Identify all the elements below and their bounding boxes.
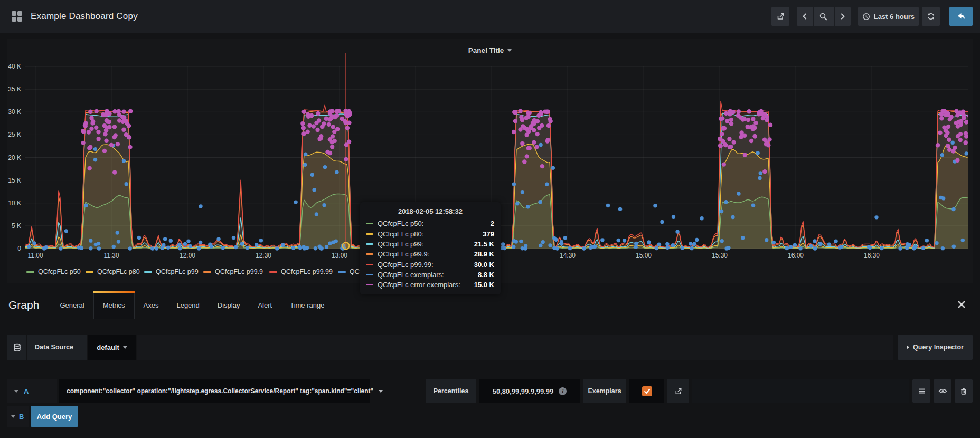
legend-series-label: QCfcpFLc p99 [156, 268, 199, 275]
tooltip-series-value: 2 [491, 220, 494, 227]
collapse-query-b-icon[interactable] [11, 415, 15, 418]
tooltip-series-dash-icon [366, 253, 373, 255]
tooltip-series-value: 379 [483, 230, 494, 238]
dashboard-title[interactable]: Example Dashboard Copy [31, 11, 138, 22]
tooltip-series-dash-icon [366, 243, 373, 245]
tooltip-row: QCfcpFLc p99.9:28.9 K [360, 249, 501, 259]
navbar: Example Dashboard Copy [0, 0, 980, 33]
time-shift-forward-button[interactable] [835, 7, 851, 26]
query-row-a: A component:"collector" operation:"/ligh… [7, 379, 973, 403]
y-axis-tick-label: 25 K [8, 131, 21, 138]
tooltip-series-label: QCfcpFLc p99.9: [378, 250, 467, 258]
query-a-selector[interactable]: component:"collector" operation:"/lights… [59, 379, 370, 403]
x-axis-tick-label: 12:30 [256, 252, 271, 259]
exemplars-checkbox-cell [629, 379, 664, 403]
x-axis-tick-label: 11:30 [103, 252, 119, 259]
chevron-right-icon [839, 12, 846, 21]
percentiles-input[interactable]: 50,80,99,99.9,99.99 i [479, 379, 580, 403]
datasource-selected-value: default [97, 344, 119, 351]
time-shift-back-button[interactable] [797, 7, 813, 26]
toggle-query-visibility-button[interactable] [934, 379, 951, 403]
datasource-icon-cell [7, 335, 26, 360]
magnifier-icon [819, 12, 828, 21]
legend-item[interactable]: QCfcpFLc p99.99 [269, 268, 333, 275]
tooltip-series-value: 8.8 K [478, 271, 494, 279]
legend-series-dash-icon [269, 271, 277, 273]
legend-series-label: QCfcpFLc p80 [97, 268, 140, 275]
x-axis-tick-label: 11:00 [27, 252, 43, 259]
close-editor-button[interactable] [956, 299, 967, 310]
exemplars-checkbox[interactable] [642, 386, 652, 396]
panel-header: Panel Title [7, 45, 973, 55]
legend-item[interactable]: QCfcpFLc p80 [86, 268, 140, 275]
panel-title[interactable]: Panel Title [468, 46, 504, 54]
tooltip-series-label: QCfcpFLc p50: [378, 220, 483, 227]
y-axis-tick-label: 15 K [8, 177, 21, 184]
back-to-dashboard-button[interactable] [949, 7, 973, 26]
query-inspector-label: Query Inspector [913, 344, 964, 351]
panel-menu-caret-icon[interactable] [507, 49, 512, 52]
tab-time-range[interactable]: Time range [281, 291, 333, 319]
trash-icon [960, 387, 967, 395]
tooltip-series-dash-icon [366, 233, 373, 235]
datasource-caret-icon [123, 346, 127, 349]
tooltip-row: QCfcpFLc p99:21.5 K [360, 239, 501, 249]
export-query-button[interactable] [667, 379, 689, 403]
dashboard-grid-icon[interactable] [12, 11, 22, 22]
tab-general[interactable]: General [51, 291, 93, 319]
tab-axes[interactable]: Axes [135, 291, 168, 319]
legend-item[interactable]: QCfcpFLc p50 [26, 268, 81, 275]
tab-legend[interactable]: Legend [167, 291, 208, 319]
y-axis-tick-label: 40 K [8, 63, 21, 70]
add-query-button[interactable]: Add Query [31, 406, 78, 427]
y-axis-tick-label: 0 [17, 245, 21, 252]
query-inspector-button[interactable]: Query Inspector [898, 335, 973, 360]
info-icon[interactable]: i [559, 387, 567, 395]
legend-item[interactable]: QCfcpFLc p99 [144, 268, 199, 275]
tooltip-series-dash-icon [366, 223, 373, 224]
query-menu-button[interactable] [912, 379, 930, 403]
refresh-button[interactable] [922, 7, 940, 26]
tab-metrics[interactable]: Metrics [93, 291, 135, 319]
tooltip-series-label: QCfcpFLc error exemplars: [378, 281, 467, 289]
time-range-picker-button[interactable]: Last 6 hours [858, 7, 919, 26]
tab-display[interactable]: Display [209, 291, 249, 319]
datasource-select[interactable]: default [88, 335, 136, 360]
percentiles-value: 50,80,99,99.9,99.99 [493, 387, 554, 395]
tooltip-row: QCfcpFLc p50:2 [360, 218, 501, 228]
legend-series-label: QCfcpFLc p50 [38, 268, 81, 275]
collapse-query-a-icon[interactable] [14, 390, 18, 393]
time-shift-zoom-group [797, 7, 851, 26]
tooltip-series-label: QCfcpFLc p80: [378, 230, 475, 238]
x-axis-tick-label: 12:00 [180, 252, 195, 259]
tooltip-series-value: 15.0 K [474, 281, 494, 289]
close-icon [958, 301, 965, 308]
refresh-icon [927, 12, 935, 21]
chevron-left-icon [801, 12, 808, 21]
legend-series-label: QCfcpFLc p99.9 [215, 268, 263, 275]
panel-editor: Graph General Metrics Axes Legend Displa… [0, 291, 980, 319]
hamburger-menu-icon [918, 387, 926, 395]
editor-title: Graph [8, 299, 39, 311]
tooltip-series-dash-icon [366, 284, 373, 285]
x-axis-tick-label: 15:00 [636, 252, 652, 259]
datasource-row-filler [137, 335, 893, 360]
tooltip-row: QCfcpFLc error exemplars:15.0 K [360, 280, 501, 290]
query-b-header[interactable]: B [7, 406, 29, 427]
query-a-text: component:"collector" operation:"/lights… [67, 387, 373, 395]
query-letter-a: A [24, 387, 29, 395]
tooltip-timestamp: 2018-02-05 12:58:32 [360, 206, 501, 218]
zoom-out-button[interactable] [814, 7, 834, 26]
database-icon [13, 343, 22, 352]
datasource-label: Data Source [27, 335, 87, 360]
share-dashboard-button[interactable] [771, 7, 789, 26]
query-a-header[interactable]: A [7, 379, 57, 403]
tab-alert[interactable]: Alert [249, 291, 281, 319]
tooltip-series-label: QCfcpFLc p99.99: [378, 261, 467, 269]
editor-tabs-row: Graph General Metrics Axes Legend Displa… [0, 291, 980, 319]
tooltip-row: QCfcpFLc p80:379 [360, 228, 501, 239]
eye-icon [938, 387, 947, 395]
legend-item[interactable]: QCfcpFLc p99.9 [203, 268, 263, 275]
tooltip-row: QCfcpFLc exemplars:8.8 K [360, 270, 501, 280]
delete-query-button[interactable] [955, 379, 973, 403]
